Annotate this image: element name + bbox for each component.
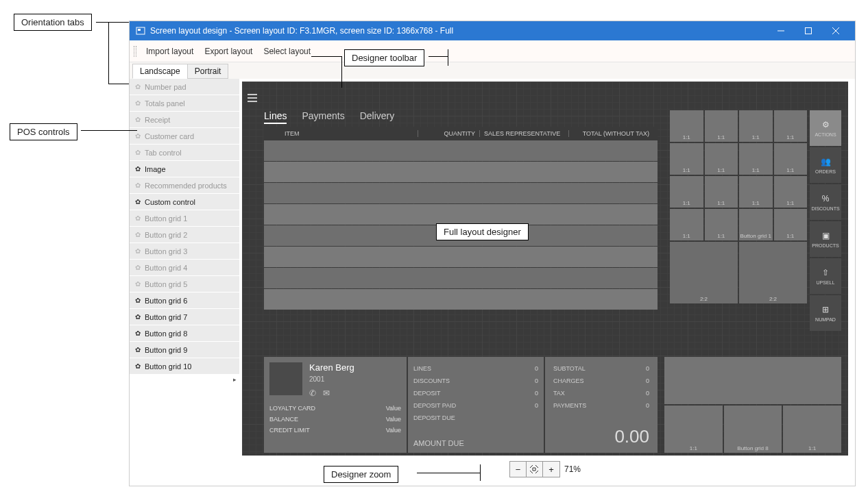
- grid-cell[interactable]: 1:1: [670, 110, 703, 142]
- grid-cell[interactable]: 1:1: [774, 110, 808, 142]
- control-item[interactable]: ✿Button grid 9: [130, 342, 239, 358]
- minimize-button[interactable]: [767, 21, 795, 40]
- grid-cell[interactable]: [664, 357, 841, 404]
- control-item[interactable]: ✿Button grid 6: [130, 292, 239, 309]
- grid-cell[interactable]: 1:1: [739, 143, 773, 175]
- receipt-row[interactable]: [264, 268, 658, 288]
- tab-payments[interactable]: Payments: [302, 110, 344, 121]
- gear-icon: ✿: [135, 182, 141, 189]
- col-sales-rep: SALES REPRESENTATIVE: [479, 130, 568, 137]
- pos-controls-panel: ✿Number pad✿Totals panel✿Receipt✿Custome…: [130, 79, 239, 486]
- side-btn-discounts[interactable]: %DISCOUNTS: [810, 184, 841, 220]
- zoom-out-button[interactable]: −: [510, 462, 527, 477]
- side-btn-upsell[interactable]: ⇧UPSELL: [810, 258, 841, 294]
- phone-icon[interactable]: ✆: [309, 388, 316, 398]
- customer-card-panel[interactable]: Karen Berg 2001 ✆ ✉ LOYALTY CARDValue BA…: [264, 357, 658, 453]
- callout-full-layout-designer: Full layout designer: [436, 223, 529, 240]
- export-layout-button[interactable]: Export layout: [199, 44, 258, 59]
- select-layout-button[interactable]: Select layout: [258, 44, 316, 59]
- control-label: Button grid 4: [145, 264, 187, 272]
- tab-landscape[interactable]: Landscape: [132, 64, 188, 79]
- grid-cell[interactable]: 1:1: [705, 176, 738, 208]
- gear-icon: ✿: [135, 132, 141, 140]
- grid-cell[interactable]: 1:1: [705, 143, 738, 175]
- gear-icon: ✿: [135, 362, 141, 370]
- zoom-fit-button[interactable]: [527, 462, 543, 477]
- receipt-row[interactable]: [264, 247, 658, 267]
- control-item[interactable]: ✿Customer card: [130, 128, 239, 145]
- control-item[interactable]: ✿Recommended products: [130, 177, 239, 194]
- grid-cell[interactable]: 1:1: [670, 176, 703, 208]
- maximize-button[interactable]: [795, 21, 822, 40]
- grid-cell[interactable]: 1:1: [670, 209, 703, 240]
- control-item[interactable]: ✿Button grid 4: [130, 260, 239, 276]
- control-label: Button grid 5: [145, 280, 187, 288]
- side-btn-numpad[interactable]: ⊞NUMPAD: [810, 295, 841, 331]
- control-item[interactable]: ✿Image: [130, 161, 239, 177]
- control-label: Button grid 9: [145, 346, 187, 354]
- control-label: Recommended products: [145, 182, 227, 190]
- button-grid-8-area[interactable]: 1:1 Button grid 8 1:1: [664, 357, 841, 453]
- control-item[interactable]: ✿Custom control: [130, 194, 239, 210]
- receipt-row[interactable]: [264, 162, 658, 182]
- close-button[interactable]: [822, 21, 849, 40]
- window-title: Screen layout design - Screen layout ID:…: [150, 26, 453, 36]
- receipt-row[interactable]: [264, 204, 658, 225]
- control-item[interactable]: ✿Button grid 10: [130, 358, 239, 375]
- grid-cell[interactable]: 1:1: [783, 406, 841, 453]
- gear-icon: ✿: [135, 264, 141, 271]
- tab-delivery[interactable]: Delivery: [360, 110, 395, 121]
- grid-cell[interactable]: Button grid 1: [739, 209, 773, 240]
- numpad-icon: ⊞: [820, 304, 831, 315]
- grid-cell[interactable]: 1:1: [774, 176, 808, 208]
- gear-icon: ✿: [135, 198, 141, 206]
- control-item[interactable]: ✿Button grid 1: [130, 210, 239, 227]
- tab-portrait[interactable]: Portrait: [187, 64, 229, 79]
- control-item[interactable]: ✿Button grid 5: [130, 276, 239, 292]
- gear-icon: ✿: [135, 231, 141, 238]
- receipt-row[interactable]: [264, 183, 658, 203]
- control-label: Button grid 3: [145, 247, 187, 256]
- grid-cell[interactable]: 1:1: [774, 143, 808, 175]
- control-item[interactable]: ✿Button grid 2: [130, 227, 239, 243]
- control-item[interactable]: ✿Button grid 3: [130, 243, 239, 260]
- toolbar-grip[interactable]: [134, 46, 136, 57]
- control-item[interactable]: ✿Button grid 8: [130, 325, 239, 342]
- side-btn-products[interactable]: ▣PRODUCTS: [810, 221, 841, 257]
- control-label: Totals panel: [145, 99, 185, 108]
- zoom-in-button[interactable]: +: [543, 462, 559, 477]
- control-label: Receipt: [145, 116, 170, 124]
- tab-lines[interactable]: Lines: [264, 110, 287, 121]
- grid-cell[interactable]: 1:1: [664, 406, 723, 453]
- grid-cell[interactable]: 2:2: [670, 242, 738, 303]
- grid-cell[interactable]: 1:1: [739, 110, 773, 142]
- orientation-tabs: Landscape Portrait: [130, 62, 855, 79]
- grid-cell[interactable]: 2:2: [739, 242, 807, 303]
- receipt-row[interactable]: [264, 289, 658, 310]
- col-quantity: QUANTITY: [418, 130, 479, 137]
- control-label: Button grid 1: [145, 214, 187, 223]
- import-layout-button[interactable]: Import layout: [141, 44, 199, 59]
- receipt-row[interactable]: [264, 140, 658, 161]
- email-icon[interactable]: ✉: [323, 388, 330, 398]
- designer-canvas[interactable]: Lines Payments Delivery ITEM QUANTITY SA…: [242, 82, 848, 456]
- control-item[interactable]: ✿Receipt: [130, 112, 239, 128]
- side-btn-actions[interactable]: ⚙ACTIONS: [810, 110, 841, 146]
- zoom-value: 71%: [564, 464, 581, 474]
- grid-cell[interactable]: Button grid 8: [724, 406, 782, 453]
- control-item[interactable]: ✿Number pad: [130, 79, 239, 95]
- grid-cell[interactable]: 1:1: [705, 209, 738, 240]
- grid-cell[interactable]: 1:1: [739, 176, 773, 208]
- grid-cell[interactable]: 1:1: [670, 143, 703, 175]
- side-btn-orders[interactable]: 👥ORDERS: [810, 147, 841, 183]
- grid-cell[interactable]: 1:1: [705, 110, 738, 142]
- control-item[interactable]: ✿Button grid 7: [130, 309, 239, 325]
- hamburger-icon[interactable]: [248, 94, 257, 102]
- control-item[interactable]: ✿Tab control: [130, 145, 239, 161]
- control-item[interactable]: ✿Totals panel: [130, 95, 239, 112]
- button-grid-1-area[interactable]: 1:11:11:11:1 1:11:11:11:1 1:11:11:11:1 1…: [670, 110, 807, 354]
- expand-arrow-icon[interactable]: ▸: [230, 375, 239, 384]
- control-label: Customer card: [145, 132, 194, 140]
- grid-cell[interactable]: 1:1: [774, 209, 808, 240]
- gear-icon: ✿: [135, 329, 141, 337]
